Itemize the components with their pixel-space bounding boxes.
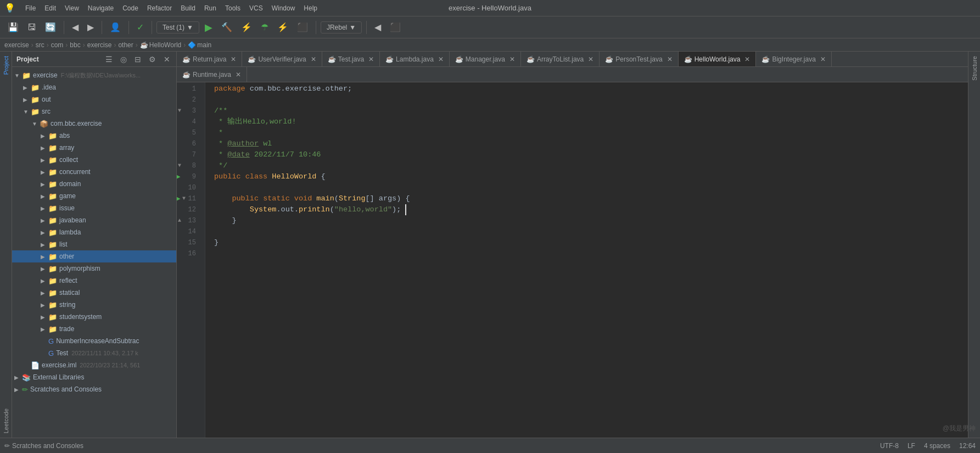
tree-item-lambda[interactable]: ▶ 📁 lambda — [12, 226, 176, 238]
tree-item-reflect[interactable]: ▶ 📁 reflect — [12, 275, 176, 287]
tree-item-trade[interactable]: ▶ 📁 trade — [12, 323, 176, 335]
prev-button[interactable]: ◀ — [371, 20, 384, 35]
tab-close-persontest[interactable]: ✕ — [667, 55, 673, 63]
run-config-selector[interactable]: Test (1) ▼ — [156, 21, 199, 33]
menu-code[interactable]: Code — [119, 3, 142, 13]
project-close-button[interactable]: ✕ — [162, 54, 172, 65]
tree-item-array[interactable]: ▶ 📁 array — [12, 142, 176, 154]
run-9[interactable]: ▶ — [177, 171, 181, 182]
tab-close-return[interactable]: ✕ — [231, 55, 236, 63]
fold-8[interactable]: ▼ — [178, 160, 181, 171]
tree-item-root[interactable]: ▼ 📁 exercise F:\编程数据\IDE\Java\works... — [12, 69, 176, 81]
run-11[interactable]: ▶ — [177, 193, 181, 204]
menu-navigate[interactable]: Navigate — [85, 3, 117, 13]
tree-item-iml[interactable]: ▶ 📄 exercise.iml 2022/10/23 21:14, 561 — [12, 359, 176, 371]
breadcrumb-src[interactable]: src — [36, 41, 44, 49]
tree-item-javabean[interactable]: ▶ 📁 javabean — [12, 214, 176, 226]
tab-close-helloworld[interactable]: ✕ — [744, 55, 750, 63]
profile-button[interactable]: 👤 — [107, 20, 124, 35]
tab-biginteger[interactable]: ☕ BigInteger.java ✕ — [756, 52, 831, 67]
back-button[interactable]: ◀ — [69, 20, 82, 35]
sync-button[interactable]: 🔄 — [42, 20, 59, 35]
tree-item-test[interactable]: ▶ G Test 2022/11/11 10:43, 2.17 k — [12, 347, 176, 359]
tab-close-lambda[interactable]: ✕ — [438, 55, 444, 63]
tab-close-userverifier[interactable]: ✕ — [311, 55, 316, 63]
tab-arraytolist[interactable]: ☕ ArrayToList.java ✕ — [521, 52, 600, 67]
tab-userverifier[interactable]: ☕ UserVerifier.java ✕ — [242, 52, 322, 67]
tree-item-extlibs[interactable]: ▶ 📚 External Libraries — [12, 371, 176, 383]
stop2-button[interactable]: ⬛ — [387, 20, 404, 35]
tree-item-string[interactable]: ▶ 📁 string — [12, 299, 176, 311]
tree-item-collect[interactable]: ▶ 📁 collect — [12, 154, 176, 166]
tab-return[interactable]: ☕ Return.java ✕ — [177, 52, 242, 67]
forward-button[interactable]: ▶ — [84, 20, 97, 35]
project-scope-button[interactable]: ☰ — [104, 54, 114, 65]
menu-view[interactable]: View — [61, 3, 82, 13]
fold-13[interactable]: ▲ — [178, 215, 181, 226]
tree-item-domain[interactable]: ▶ 📁 domain — [12, 178, 176, 190]
sidebar-icon-project[interactable]: Project — [2, 54, 10, 77]
tab-test[interactable]: ☕ Test.java ✕ — [322, 52, 380, 67]
bottom-indent[interactable]: 4 spaces — [924, 442, 950, 450]
bottom-scratches[interactable]: ✏ Scratches and Consoles — [4, 442, 83, 450]
tree-item-scratches[interactable]: ▶ ✏ Scratches and Consoles — [12, 383, 176, 395]
tab-lambda[interactable]: ☕ Lambda.java ✕ — [380, 52, 450, 67]
menu-tools[interactable]: Tools — [222, 3, 244, 13]
coverage-button[interactable]: ☂ — [257, 20, 272, 35]
tree-item-package[interactable]: ▼ 📦 com.bbc.exercise — [12, 118, 176, 130]
breadcrumb-bbc[interactable]: bbc — [70, 41, 80, 49]
project-settings-button[interactable]: ⚙ — [147, 54, 158, 65]
breadcrumb-exercise2[interactable]: exercise — [87, 41, 112, 49]
tree-item-polymorphism[interactable]: ▶ 📁 polymorphism — [12, 262, 176, 275]
tree-item-src[interactable]: ▼ 📁 src — [12, 105, 176, 118]
run-button[interactable]: ▶ — [201, 19, 216, 36]
menu-window[interactable]: Window — [268, 3, 299, 13]
stop-button[interactable]: ⬛ — [294, 20, 311, 35]
save-all-button[interactable]: 🖫 — [24, 20, 40, 35]
tab-manager[interactable]: ☕ Manager.java ✕ — [450, 52, 521, 67]
tree-item-numberincrease[interactable]: ▶ G NumberIncreaseAndSubtrac — [12, 335, 176, 347]
menu-edit[interactable]: Edit — [41, 3, 59, 13]
tab-close-manager[interactable]: ✕ — [509, 55, 515, 63]
tree-item-game[interactable]: ▶ 📁 game — [12, 190, 176, 202]
menu-refactor[interactable]: Refactor — [144, 3, 175, 13]
tab-helloworld[interactable]: ☕ HelloWorld.java ✕ — [679, 52, 757, 67]
build-all-button[interactable]: ⚡ — [238, 20, 255, 35]
project-collapse-button[interactable]: ⊟ — [133, 54, 143, 65]
tree-item-studentsystem[interactable]: ▶ 📁 studentsystem — [12, 311, 176, 323]
tree-item-other[interactable]: ▶ 📁 other — [12, 250, 176, 262]
tab-close-test[interactable]: ✕ — [368, 55, 374, 63]
fold-11[interactable]: ▼ — [182, 193, 186, 204]
tree-item-idea[interactable]: ▶ 📁 .idea — [12, 81, 176, 93]
tab-runtime[interactable]: ☕ Runtime.java ✕ — [177, 67, 247, 82]
sidebar-icon-leetcode[interactable]: Leetcode — [2, 406, 10, 435]
tree-item-statical[interactable]: ▶ 📁 statical — [12, 287, 176, 299]
menu-run[interactable]: Run — [201, 3, 220, 13]
tab-close-biginteger[interactable]: ✕ — [820, 55, 826, 63]
tree-item-abs[interactable]: ▶ 📁 abs — [12, 130, 176, 142]
tab-persontest[interactable]: ☕ PersonTest.java ✕ — [600, 52, 678, 67]
fold-3[interactable]: ▼ — [178, 105, 181, 116]
menu-build[interactable]: Build — [177, 3, 199, 13]
bottom-line-sep[interactable]: LF — [908, 442, 915, 450]
project-locate-button[interactable]: ◎ — [119, 54, 128, 65]
breadcrumb-exercise[interactable]: exercise — [4, 41, 29, 49]
bottom-encoding[interactable]: UTF-8 — [880, 442, 899, 450]
sidebar-icon-structure[interactable]: Structure — [970, 54, 979, 83]
breadcrumb-other[interactable]: other — [118, 41, 133, 49]
menu-file[interactable]: File — [22, 3, 39, 13]
breadcrumb-main[interactable]: main — [197, 41, 211, 49]
tree-item-list[interactable]: ▶ 📁 list — [12, 238, 176, 250]
build-button[interactable]: 🔨 — [218, 20, 236, 35]
tree-item-out[interactable]: ▶ 📁 out — [12, 93, 176, 105]
breadcrumb-helloworld[interactable]: HelloWorld — [149, 41, 181, 49]
code-editor[interactable]: package com.bbc.exercise.other; /** * 输出… — [205, 82, 968, 438]
save-button[interactable]: 💾 — [4, 20, 22, 35]
tab-close-arraytolist[interactable]: ✕ — [588, 55, 593, 63]
menu-vcs[interactable]: VCS — [246, 3, 266, 13]
tree-item-concurrent[interactable]: ▶ 📁 concurrent — [12, 166, 176, 178]
tab-close-runtime[interactable]: ✕ — [236, 71, 241, 79]
checkmark-button[interactable]: ✓ — [133, 20, 147, 35]
menu-help[interactable]: Help — [300, 3, 321, 13]
breadcrumb-com[interactable]: com — [51, 41, 64, 49]
